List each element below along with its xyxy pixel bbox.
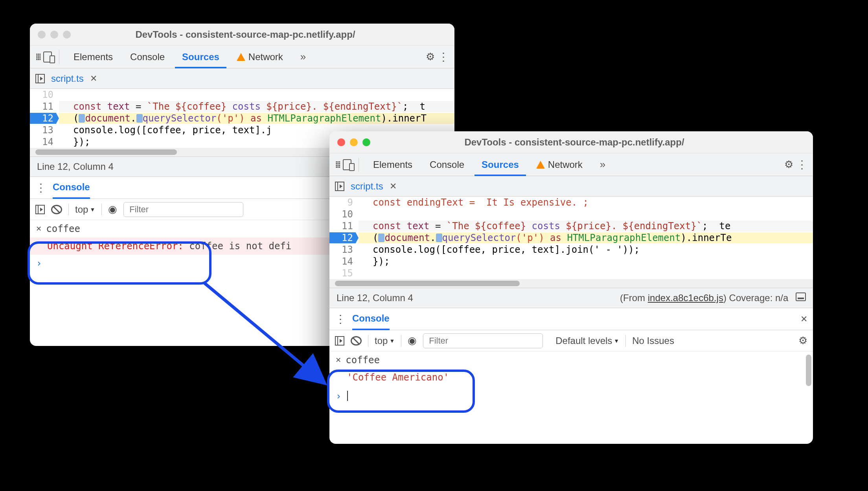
close-file-icon[interactable]: ✕ (390, 181, 397, 191)
console-body[interactable]: ✕ coffee 'Coffee Americano' › (329, 351, 813, 444)
marker-icon (136, 114, 143, 123)
console-output: 'Coffee Americano' (347, 372, 449, 383)
close-icon[interactable]: ✕ (36, 223, 41, 233)
tab-console[interactable]: Console (123, 46, 172, 68)
traffic-min[interactable] (50, 31, 58, 39)
code-line-12: (document.querySelector('p') as HTMLPara… (359, 232, 813, 243)
file-tab-bar: script.ts ✕ (30, 68, 454, 89)
marker-icon (79, 114, 85, 123)
code-line-11: const text = `The ${coffee} costs ${pric… (59, 101, 454, 112)
context-dropdown[interactable]: top ▼ (75, 204, 95, 215)
tabs-more[interactable]: » (293, 46, 313, 68)
chevron-right-icon: » (300, 51, 306, 63)
traffic-max[interactable] (63, 31, 71, 39)
code-line-14: }); (359, 256, 813, 267)
sourcemap-origin: (From index.a8c1ec6b.js) Coverage: n/a (620, 292, 806, 303)
chevron-down-icon: ▼ (389, 338, 395, 344)
titlebar: DevTools - consistent-source-map-pc.netl… (329, 131, 813, 153)
show-navigator-icon[interactable] (335, 182, 344, 191)
devtools-window-2: DevTools - consistent-source-map-pc.netl… (329, 131, 813, 444)
window-title: DevTools - consistent-source-map-pc.netl… (75, 29, 415, 40)
toggle-sidebar-icon[interactable] (35, 205, 45, 214)
traffic-close[interactable] (337, 138, 345, 146)
settings-icon[interactable]: ⚙ (426, 51, 435, 63)
console-input: coffee (46, 223, 80, 234)
live-expressions-icon[interactable]: ◉ (108, 203, 117, 215)
file-tab-bar: script.ts ✕ (329, 176, 813, 197)
marker-icon (436, 234, 442, 242)
kebab-icon[interactable]: ⋮ (796, 158, 807, 171)
code-line-9: const endingText = It Is expensive. ; (359, 197, 813, 208)
close-drawer-icon[interactable]: ✕ (800, 314, 807, 324)
horizontal-scrollbar[interactable] (329, 279, 813, 288)
chevron-right-icon: › (36, 258, 42, 269)
clear-icon[interactable] (351, 336, 362, 346)
code-line-13: console.log([coffee, price, text].join('… (359, 244, 813, 255)
traffic-min[interactable] (350, 138, 358, 146)
error-message: Uncaught ReferenceError: coffee is not d… (47, 241, 291, 252)
marker-icon (378, 234, 384, 242)
console-toolbar: top ▼ ◉ Default levels ▼ No Issues ⚙ (329, 330, 813, 351)
drawer-head: ⋮ Console ✕ (329, 308, 813, 330)
context-dropdown[interactable]: top ▼ (375, 335, 395, 346)
coverage-icon[interactable] (796, 292, 806, 301)
file-tab-scriptts[interactable]: script.ts (51, 73, 84, 84)
device-icon[interactable] (43, 51, 52, 63)
settings-icon[interactable]: ⚙ (784, 158, 793, 171)
kebab-icon[interactable]: ⋮ (438, 50, 449, 63)
device-icon[interactable] (343, 159, 351, 170)
sourcemap-link[interactable]: index.a8c1ec6b.js (648, 292, 723, 303)
console-input-row: ✕ coffee (329, 351, 813, 369)
no-issues-label[interactable]: No Issues (632, 335, 674, 346)
tab-sources[interactable]: Sources (474, 153, 526, 176)
cursor-position: Line 12, Column 4 (37, 161, 114, 172)
console-prompt[interactable]: › (329, 386, 813, 405)
vertical-scrollbar[interactable] (806, 355, 811, 386)
drawer-kebab-icon[interactable]: ⋮ (35, 181, 46, 194)
traffic-max[interactable] (362, 138, 370, 146)
code-line-12: (document.querySelector('p') as HTMLPara… (59, 113, 454, 124)
warning-icon (536, 161, 545, 169)
filter-input[interactable] (423, 333, 543, 348)
titlebar: DevTools - consistent-source-map-pc.netl… (30, 24, 454, 46)
inspect-icon[interactable]: ⁞⁞⁞ (35, 51, 40, 63)
main-tabs: ⁞⁞⁞ Elements Console Sources Network » ⚙… (329, 153, 813, 176)
warning-icon (237, 53, 245, 61)
file-tab-scriptts[interactable]: script.ts (351, 181, 383, 192)
close-file-icon[interactable]: ✕ (90, 74, 97, 84)
tab-sources[interactable]: Sources (175, 46, 226, 68)
live-expressions-icon[interactable]: ◉ (408, 335, 417, 347)
code-editor[interactable]: 9const endingText = It Is expensive. ; 1… (329, 197, 813, 279)
main-tabs: ⁞⁞⁞ Elements Console Sources Network » ⚙… (30, 46, 454, 68)
tabs-more[interactable]: » (593, 153, 612, 176)
console-settings-icon[interactable]: ⚙ (798, 335, 807, 347)
drawer-kebab-icon[interactable]: ⋮ (335, 313, 346, 325)
chevron-down-icon: ▼ (90, 206, 95, 213)
cursor-position: Line 12, Column 4 (337, 292, 413, 303)
toggle-sidebar-icon[interactable] (335, 336, 344, 346)
window-title: DevTools - consistent-source-map-pc.netl… (375, 137, 774, 148)
drawer-tab-console[interactable]: Console (352, 308, 390, 330)
levels-dropdown[interactable]: Default levels ▼ (555, 335, 619, 346)
show-navigator-icon[interactable] (35, 74, 45, 83)
chevron-right-icon: › (336, 391, 341, 402)
tab-console[interactable]: Console (423, 153, 471, 176)
tab-network[interactable]: Network (230, 46, 290, 68)
status-bar: Line 12, Column 4 (From index.a8c1ec6b.j… (329, 288, 813, 308)
console-input: coffee (346, 355, 380, 366)
drawer-tab-console[interactable]: Console (53, 177, 90, 199)
code-line-11: const text = `The ${coffee} costs ${pric… (359, 221, 813, 232)
console-output-row: 'Coffee Americano' (329, 369, 813, 386)
chevron-down-icon: ▼ (614, 338, 619, 344)
filter-input[interactable] (123, 202, 243, 217)
inspect-icon[interactable]: ⁞⁞⁞ (335, 159, 340, 170)
close-icon[interactable]: ✕ (336, 355, 341, 364)
chevron-right-icon: » (600, 158, 605, 171)
tab-elements[interactable]: Elements (366, 153, 419, 176)
clear-icon[interactable] (51, 205, 62, 214)
traffic-close[interactable] (38, 31, 46, 39)
tab-elements[interactable]: Elements (66, 46, 120, 68)
text-cursor (347, 391, 348, 401)
tab-network[interactable]: Network (529, 153, 590, 176)
